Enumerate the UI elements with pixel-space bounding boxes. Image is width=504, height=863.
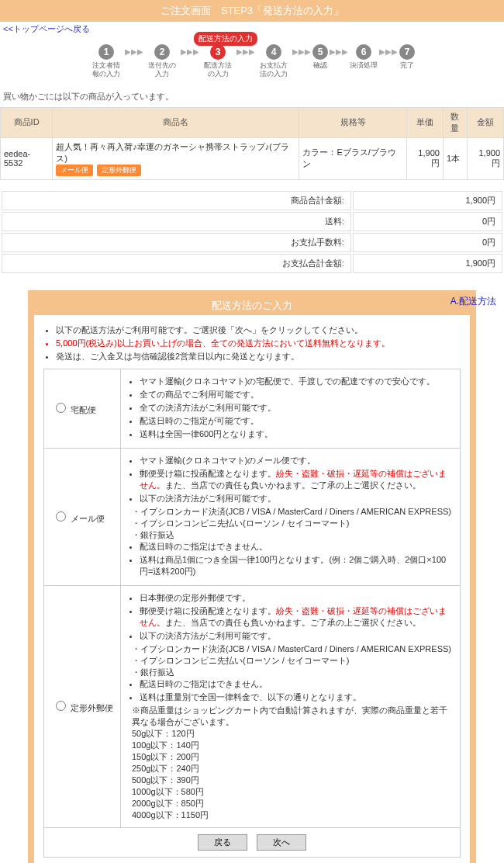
- shipping-option-teikeigai: 定形外郵便 日本郵便の定形外郵便です。 郵便受け箱に投函配達となります。紛失・盗…: [44, 585, 461, 827]
- radio-takuhai[interactable]: [56, 403, 66, 413]
- col-id: 商品ID: [1, 107, 53, 137]
- totals-table: 商品合計金額:1,900円 送料:0円 お支払手数料:0円 お支払合計金額:1,…: [0, 189, 504, 275]
- shipping-section: 配送方法のご入力 以下の配送方法がご利用可能です。ご選択後「次へ」をクリックして…: [28, 290, 476, 863]
- step-1: 1: [98, 44, 114, 60]
- step-balloon: 配送方法の入力: [194, 32, 257, 46]
- col-spec: 規格等: [299, 107, 406, 137]
- shipping-option-takuhai: 宅配便 ヤマト運輸(クロネコヤマト)の宅配便で、手渡しでの配達ですので安心です。…: [44, 369, 461, 448]
- step-arrow: ▶▶▶: [125, 44, 143, 56]
- cart-table: 商品ID 商品名 規格等 単価 数量 金額 eedea-5532 超人気！再々再…: [0, 107, 504, 180]
- cell-price: 1,900円: [406, 137, 443, 179]
- annotation-a: A.配送方法: [450, 295, 496, 308]
- col-qty: 数量: [443, 107, 467, 137]
- shipping-buttons: 戻る 次へ: [44, 827, 461, 857]
- shipping-intro: 以下の配送方法がご利用可能です。ご選択後「次へ」をクリックしてください。 5,0…: [56, 324, 461, 362]
- step-7: 7: [399, 44, 415, 60]
- col-name: 商品名: [53, 107, 299, 137]
- mail-badge: メール便: [56, 165, 93, 176]
- cell-qty: 1本: [443, 137, 467, 179]
- table-header-row: 商品ID 商品名 規格等 単価 数量 金額: [1, 107, 504, 137]
- step-2: 2: [154, 44, 170, 60]
- teikeigai-badge: 定形外郵便: [97, 165, 141, 176]
- cell-id: eedea-5532: [1, 137, 53, 179]
- shipping-option-mail: メール便 ヤマト運輸(クロネコヤマト)のメール便です。 郵便受け箱に投函配達とな…: [44, 448, 461, 585]
- cell-amount: 1,900円: [467, 137, 503, 179]
- page: ご注文画面 STEP3「発送方法の入力」 <<トップページへ戻る 配送方法の入力…: [0, 0, 504, 863]
- next-button[interactable]: 次へ: [257, 834, 306, 851]
- radio-teikeigai[interactable]: [56, 701, 66, 711]
- step-3: 3: [210, 44, 226, 60]
- step-indicator: 配送方法の入力 1注文者情報の入力 ▶▶▶ 2送付先の入力 ▶▶▶ 3配送方法の…: [0, 44, 504, 78]
- shipping-options: 宅配便 ヤマト運輸(クロネコヤマト)の宅配便で、手渡しでの配達ですので安心です。…: [43, 369, 461, 858]
- col-amount: 金額: [467, 107, 503, 137]
- table-row: eedea-5532 超人気！再々再入荷♪幸運のガネーシャ携帯ストラップ♪(ブラ…: [1, 137, 504, 179]
- radio-mail[interactable]: [56, 511, 66, 522]
- shipping-head: 配送方法のご入力: [34, 296, 470, 315]
- col-price: 単価: [406, 107, 443, 137]
- back-button[interactable]: 戻る: [198, 834, 247, 851]
- step-4: 4: [266, 44, 281, 60]
- step-5: 5: [312, 44, 328, 60]
- cell-name: 超人気！再々再入荷♪幸運のガネーシャ携帯ストラップ♪(ブラス) メール便 定形外…: [53, 137, 299, 179]
- page-title: ご注文画面 STEP3「発送方法の入力」: [0, 0, 504, 22]
- cell-spec: カラー：Eブラス/ブラウン: [299, 137, 406, 179]
- step-6: 6: [356, 44, 371, 60]
- cart-note: 買い物かごには以下の商品が入っています。: [0, 86, 504, 107]
